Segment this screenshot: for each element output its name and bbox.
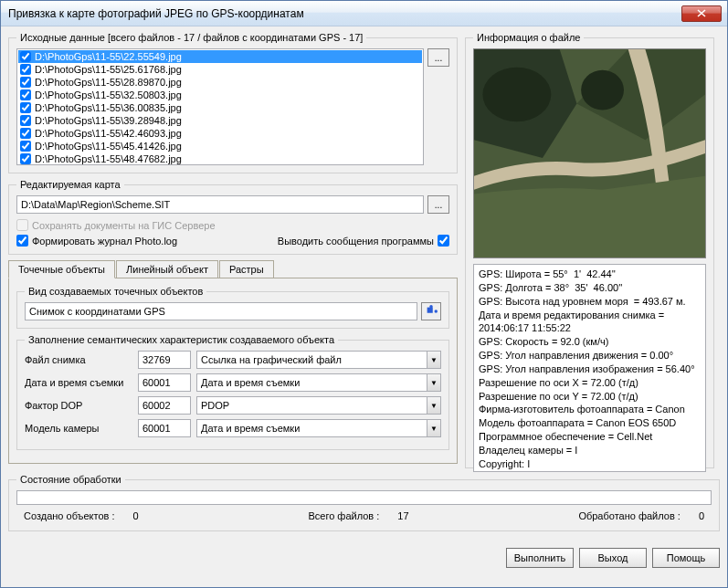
progress-bar [16, 490, 712, 505]
semantics-group: Заполнение семантических характеристик с… [16, 334, 449, 450]
tabs: Точечные объекты Линейный объект Растры [8, 260, 458, 278]
list-item[interactable]: D:\PhotoGps\11-55\36.00835.jpg [18, 101, 422, 114]
file-checkbox[interactable] [20, 64, 31, 75]
chevron-down-icon[interactable]: ▼ [427, 396, 441, 415]
semantic-code-input[interactable] [138, 396, 191, 415]
file-checkbox[interactable] [20, 89, 31, 100]
list-item[interactable]: D:\PhotoGps\11-55\22.55549.jpg [18, 50, 422, 63]
semantic-combo[interactable]: ▼ [196, 419, 441, 437]
semantics-legend: Заполнение семантических характеристик с… [25, 334, 338, 345]
file-path: D:\PhotoGps\11-55\42.46093.jpg [35, 128, 182, 139]
browse-map-button[interactable]: ... [427, 195, 449, 214]
tab-linear-object[interactable]: Линейный объект [116, 260, 218, 278]
tab-body: Вид создаваемых точечных объектов Заполн… [8, 278, 458, 464]
save-gis-checkbox-row: Сохранять документы на ГИС Сервере [16, 219, 449, 231]
file-path: D:\PhotoGps\11-55\32.50803.jpg [35, 89, 182, 100]
browse-files-button[interactable]: ... [427, 48, 449, 67]
titlebar: Привязка к карте фотографий JPEG по GPS-… [1, 1, 727, 26]
file-info-group: Информация о файле GPS [465, 32, 714, 468]
semantic-code-input[interactable] [138, 351, 191, 369]
chevron-down-icon[interactable]: ▼ [427, 419, 441, 437]
semantic-label: Файл снимка [25, 354, 132, 365]
object-type-group: Вид создаваемых точечных объектов [16, 286, 449, 329]
semantic-combo[interactable]: ▼ [196, 351, 441, 369]
window-title: Привязка к карте фотографий JPEG по GPS-… [8, 7, 681, 20]
file-path: D:\PhotoGps\11-55\22.55549.jpg [35, 51, 182, 62]
done-value: 0 [699, 510, 704, 521]
source-data-group: Исходные данные [всего файлов - 17 / фай… [8, 32, 458, 173]
list-item[interactable]: D:\PhotoGps\11-55\28.89870.jpg [18, 76, 422, 89]
file-checkbox[interactable] [20, 102, 31, 113]
file-checkbox[interactable] [20, 141, 31, 152]
object-type-input[interactable] [25, 302, 417, 320]
semantic-value-input[interactable] [196, 419, 427, 437]
puzzle-icon [425, 305, 438, 318]
source-data-legend: Исходные данные [всего файлов - 17 / фай… [16, 32, 366, 43]
semantic-value-input[interactable] [196, 351, 427, 369]
chevron-down-icon[interactable]: ▼ [427, 351, 441, 369]
close-icon [697, 9, 706, 17]
list-item[interactable]: D:\PhotoGps\11-55\45.41426.jpg [18, 140, 422, 152]
semantic-label: Дата и время съемки [25, 377, 132, 388]
file-path: D:\PhotoGps\11-55\45.41426.jpg [35, 141, 182, 152]
save-gis-checkbox [16, 219, 28, 231]
messages-checkbox[interactable] [438, 235, 449, 247]
save-gis-label: Сохранять документы на ГИС Сервере [32, 220, 216, 231]
semantic-combo[interactable]: ▼ [196, 373, 441, 392]
tab-rasters[interactable]: Растры [219, 260, 274, 278]
svg-point-0 [429, 305, 433, 309]
list-item[interactable]: D:\PhotoGps\11-55\39.28948.jpg [18, 114, 422, 127]
file-path: D:\PhotoGps\11-55\28.89870.jpg [35, 77, 182, 88]
svg-point-3 [482, 68, 551, 121]
semantic-code-input[interactable] [138, 373, 191, 392]
total-value: 17 [397, 510, 408, 521]
pick-object-button[interactable] [421, 302, 441, 320]
file-list[interactable]: D:\PhotoGps\11-55\22.55549.jpgD:\PhotoGp… [16, 48, 424, 165]
exit-button[interactable]: Выход [579, 548, 647, 568]
photolog-label: Формировать журнал Photo.log [32, 236, 177, 247]
semantic-label: Модель камеры [25, 423, 132, 434]
semantic-row: Файл снимка▼ [25, 351, 441, 369]
tab-point-objects[interactable]: Точечные объекты [8, 260, 115, 278]
map-legend: Редактируемая карта [16, 179, 124, 190]
file-path: D:\PhotoGps\11-55\36.00835.jpg [35, 102, 182, 113]
list-item[interactable]: D:\PhotoGps\11-55\42.46093.jpg [18, 127, 422, 140]
file-checkbox[interactable] [20, 77, 31, 88]
semantic-row: Фактор DOP▼ [25, 396, 441, 415]
semantic-combo[interactable]: ▼ [196, 396, 441, 415]
done-label: Обработано файлов : [578, 510, 680, 521]
main-window: Привязка к карте фотографий JPEG по GPS-… [0, 0, 728, 588]
file-checkbox[interactable] [20, 128, 31, 139]
file-info-text: GPS: Широта = 55° 1' 42.44'' GPS: Долгот… [473, 264, 706, 472]
photolog-checkbox[interactable] [16, 235, 28, 247]
semantic-label: Фактор DOP [25, 400, 132, 411]
svg-point-4 [581, 70, 624, 110]
svg-point-1 [435, 310, 438, 313]
created-label: Создано объектов : [24, 510, 115, 521]
semantic-value-input[interactable] [196, 396, 427, 415]
close-button[interactable] [681, 5, 722, 22]
total-label: Всего файлов : [308, 510, 379, 521]
object-type-legend: Вид создаваемых точечных объектов [25, 286, 206, 297]
list-item[interactable]: D:\PhotoGps\11-55\25.61768.jpg [18, 63, 422, 76]
status-legend: Состояние обработки [16, 474, 125, 485]
semantic-code-input[interactable] [138, 419, 191, 437]
chevron-down-icon[interactable]: ▼ [427, 373, 441, 392]
created-value: 0 [133, 510, 139, 521]
status-group: Состояние обработки Создано объектов :0 … [8, 474, 720, 531]
messages-label: Выводить сообщения программы [278, 236, 434, 247]
file-checkbox[interactable] [20, 115, 31, 126]
file-checkbox[interactable] [20, 153, 31, 164]
run-button[interactable]: Выполнить [506, 548, 574, 568]
semantic-value-input[interactable] [196, 373, 427, 392]
semantic-row: Дата и время съемки▼ [25, 373, 441, 392]
image-preview [473, 48, 706, 258]
list-item[interactable]: D:\PhotoGps\11-55\32.50803.jpg [18, 89, 422, 101]
map-path-input[interactable] [16, 195, 424, 214]
semantic-row: Модель камеры▼ [25, 419, 441, 437]
list-item[interactable]: D:\PhotoGps\11-55\48.47682.jpg [18, 152, 422, 165]
file-checkbox[interactable] [20, 51, 31, 62]
file-path: D:\PhotoGps\11-55\48.47682.jpg [35, 153, 182, 164]
file-info-legend: Информация о файле [473, 32, 584, 43]
help-button[interactable]: Помощь [652, 548, 720, 568]
